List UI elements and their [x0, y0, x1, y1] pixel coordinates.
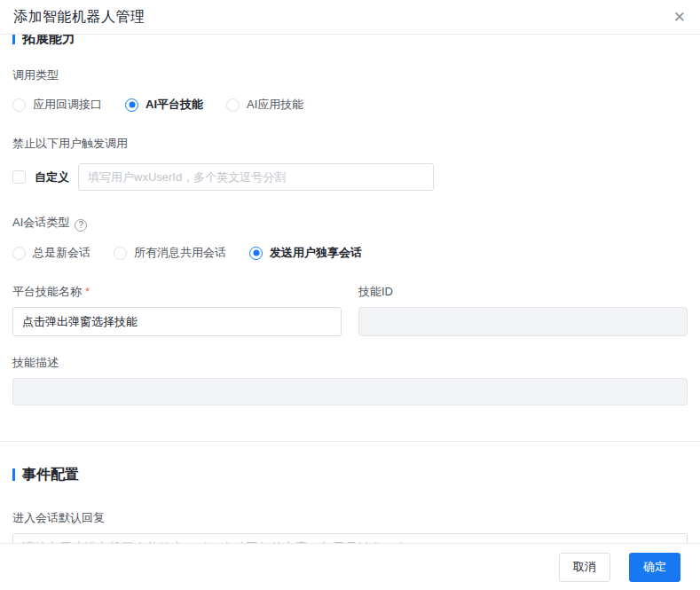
session-type-label-row: AI会话类型? — [12, 215, 688, 232]
dialog-header: 添加智能机器人管理 ✕ — [0, 0, 700, 35]
radio-icon-selected[interactable] — [125, 98, 138, 112]
forbid-users-row: 自定义 — [12, 163, 688, 191]
radio-label: 总是新会话 — [33, 245, 90, 261]
radio-label: 所有消息共用会话 — [134, 245, 226, 261]
section-header-expand: 拓展能力 — [12, 35, 688, 47]
help-icon[interactable]: ? — [75, 219, 87, 232]
section-accent-bar — [12, 35, 15, 44]
default-reply-label: 进入会话默认回复 — [12, 510, 688, 526]
radio-label: AI平台技能 — [146, 97, 203, 113]
skill-name-label-row: 平台技能名称* — [12, 284, 342, 300]
session-type-label: AI会话类型 — [12, 216, 69, 229]
skill-id-label: 技能ID — [358, 284, 688, 300]
radio-ai-app-skill[interactable]: AI应用技能 — [226, 97, 303, 113]
call-type-label: 调用类型 — [12, 67, 688, 83]
radio-exclusive-session[interactable]: 发送用户独享会话 — [249, 245, 362, 261]
radio-icon[interactable] — [114, 247, 127, 260]
radio-icon[interactable] — [12, 98, 26, 112]
forbid-users-label: 禁止以下用户触发调用 — [12, 136, 688, 152]
skill-desc-label: 技能描述 — [12, 355, 688, 371]
default-reply-input[interactable] — [12, 533, 688, 543]
skill-id-input — [358, 307, 688, 336]
confirm-button[interactable]: 确定 — [629, 553, 680, 582]
radio-label: AI应用技能 — [247, 97, 303, 113]
custom-checkbox[interactable] — [12, 170, 26, 184]
skill-desc-input — [12, 378, 688, 405]
section-accent-bar — [12, 468, 15, 481]
radio-icon-selected[interactable] — [249, 247, 263, 260]
close-icon[interactable]: ✕ — [673, 10, 686, 25]
call-type-radio-group: 应用回调接口 AI平台技能 AI应用技能 — [12, 97, 688, 113]
dialog-title: 添加智能机器人管理 — [13, 8, 146, 27]
section-title-event: 事件配置 — [22, 465, 79, 484]
skill-row: 平台技能名称* 技能ID — [12, 284, 688, 336]
radio-icon[interactable] — [12, 247, 26, 260]
dialog-footer: 取消 确定 — [0, 543, 700, 590]
skill-name-input[interactable] — [12, 307, 342, 336]
section-divider — [0, 441, 700, 442]
radio-label: 发送用户独享会话 — [270, 245, 362, 261]
section-title-expand: 拓展能力 — [22, 35, 75, 47]
wx-userid-input[interactable] — [78, 163, 434, 191]
custom-checkbox-label: 自定义 — [35, 169, 69, 185]
required-asterisk: * — [85, 285, 90, 298]
cancel-button[interactable]: 取消 — [559, 553, 610, 582]
session-type-radio-group: 总是新会话 所有消息共用会话 发送用户独享会话 — [12, 245, 688, 261]
radio-icon[interactable] — [226, 98, 240, 112]
skill-name-label: 平台技能名称 — [12, 285, 82, 298]
radio-shared-session[interactable]: 所有消息共用会话 — [114, 245, 226, 261]
radio-app-callback[interactable]: 应用回调接口 — [12, 97, 102, 113]
radio-ai-platform-skill[interactable]: AI平台技能 — [125, 97, 203, 113]
radio-always-new-session[interactable]: 总是新会话 — [12, 245, 90, 261]
section-header-event: 事件配置 — [12, 465, 688, 484]
dialog-body: 拓展能力 调用类型 应用回调接口 AI平台技能 AI应用技能 禁止以下用户触发调… — [0, 35, 700, 543]
radio-label: 应用回调接口 — [33, 97, 102, 113]
add-robot-dialog: 添加智能机器人管理 ✕ 拓展能力 调用类型 应用回调接口 AI平台技能 AI应用… — [0, 0, 700, 590]
